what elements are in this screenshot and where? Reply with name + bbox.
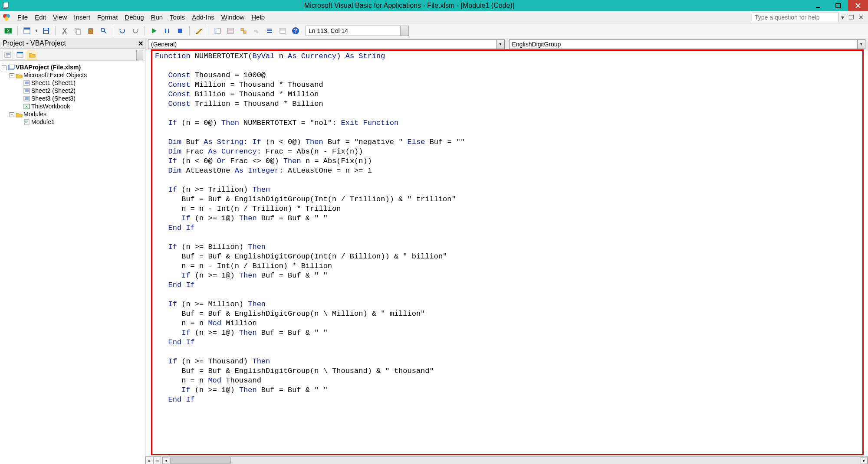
design-mode-button[interactable] xyxy=(193,25,204,36)
menu-debug[interactable]: Debug xyxy=(121,12,147,23)
cursor-position: Ln 113, Col 14 xyxy=(306,26,409,36)
menu-insert[interactable]: Insert xyxy=(70,12,94,23)
svg-rect-19 xyxy=(76,29,80,34)
tree-modules-folder[interactable]: Modules xyxy=(23,111,46,118)
svg-rect-12 xyxy=(24,28,30,29)
scroll-right-icon[interactable]: ▸ xyxy=(861,457,868,464)
insert-dropdown-caret[interactable]: ▼ xyxy=(34,29,39,33)
maximize-button[interactable] xyxy=(828,0,848,11)
svg-rect-25 xyxy=(168,29,169,33)
references-button[interactable] xyxy=(277,25,288,36)
save-button[interactable] xyxy=(40,25,52,36)
menu-addins[interactable]: Add-Ins xyxy=(188,12,218,23)
procedure-view-button[interactable]: ≡ xyxy=(145,457,153,464)
svg-rect-31 xyxy=(243,31,246,33)
menu-run[interactable]: Run xyxy=(148,12,167,23)
vba-logo-icon xyxy=(2,12,12,23)
horizontal-scrollbar[interactable]: ◂ ▸ xyxy=(162,457,868,464)
object-browser-button[interactable] xyxy=(238,25,249,36)
find-button[interactable] xyxy=(98,25,109,36)
paste-button[interactable] xyxy=(85,25,96,36)
svg-point-8 xyxy=(4,16,9,21)
project-explorer: Project - VBAProject × −VBAProject (File… xyxy=(0,38,145,464)
mdi-restore-icon[interactable]: ❐ xyxy=(848,14,854,21)
menu-bar: File Edit View Insert Format Debug Run T… xyxy=(0,11,868,23)
svg-rect-3 xyxy=(836,3,840,8)
tab-order-button[interactable] xyxy=(264,25,275,36)
code-highlight-frame: Function NUMBERTOTEXT(ByVal n As Currenc… xyxy=(151,49,864,455)
svg-rect-46 xyxy=(24,120,29,125)
help-button[interactable]: ? xyxy=(290,25,301,36)
svg-rect-24 xyxy=(165,29,166,33)
undo-button[interactable] xyxy=(117,25,128,36)
reset-button[interactable] xyxy=(174,25,186,36)
code-bottom-bar: ≡ ▭ ◂ ▸ xyxy=(145,456,868,464)
svg-text:?: ? xyxy=(294,28,297,34)
menu-edit[interactable]: Edit xyxy=(31,12,49,23)
toggle-folders-button[interactable] xyxy=(27,50,37,59)
mdi-window-controls: ▾ ❐ ✕ xyxy=(838,14,866,21)
full-module-view-button[interactable]: ▭ xyxy=(153,457,161,464)
svg-rect-30 xyxy=(241,28,243,31)
scrollbar-thumb[interactable] xyxy=(170,457,231,464)
tree-thisworkbook[interactable]: ThisWorkbook xyxy=(31,103,70,110)
toolbox-button[interactable] xyxy=(251,25,262,36)
svg-rect-38 xyxy=(17,52,23,53)
object-dropdown[interactable]: (General)▼ xyxy=(148,39,505,49)
menu-tools[interactable]: Tools xyxy=(166,12,188,23)
code-window: (General)▼ EnglishDigitGroup▼ Function N… xyxy=(145,38,868,464)
project-explorer-title: Project - VBAProject × xyxy=(0,38,145,49)
run-button[interactable] xyxy=(148,25,160,36)
chevron-down-icon: ▼ xyxy=(857,40,865,49)
svg-rect-1 xyxy=(4,2,8,7)
view-code-button[interactable] xyxy=(3,50,13,59)
procedure-dropdown[interactable]: EnglishDigitGroup▼ xyxy=(509,39,866,49)
close-button[interactable] xyxy=(848,0,868,11)
mdi-close-icon[interactable]: ✕ xyxy=(858,14,864,21)
code-editor[interactable]: Function NUMBERTOTEXT(ByVal n As Currenc… xyxy=(152,51,862,415)
chevron-down-icon: ▼ xyxy=(496,40,504,49)
svg-text:X: X xyxy=(25,105,28,109)
tree-module1[interactable]: Module1 xyxy=(31,118,55,125)
cut-button[interactable] xyxy=(59,25,70,36)
view-excel-button[interactable]: X xyxy=(3,25,14,36)
svg-rect-28 xyxy=(214,28,217,33)
help-search-input[interactable] xyxy=(752,13,838,22)
tree-sheet3[interactable]: Sheet3 (Sheet3) xyxy=(31,95,76,102)
svg-point-22 xyxy=(101,28,105,32)
project-explorer-toolbar xyxy=(0,49,145,61)
menu-file[interactable]: File xyxy=(14,12,31,23)
svg-text:X: X xyxy=(7,29,10,33)
svg-rect-14 xyxy=(44,31,48,33)
project-tree[interactable]: −VBAProject (File.xlsm) −Microsoft Excel… xyxy=(0,61,145,464)
window-title: Microsoft Visual Basic for Applications … xyxy=(10,2,808,10)
menu-format[interactable]: Format xyxy=(94,12,122,23)
svg-rect-26 xyxy=(178,29,182,33)
project-explorer-close-button[interactable]: × xyxy=(138,39,143,49)
tree-excel-objects[interactable]: Microsoft Excel Objects xyxy=(23,72,87,78)
tree-project-root[interactable]: VBAProject (File.xlsm) xyxy=(16,64,81,71)
view-object-button[interactable] xyxy=(15,50,25,59)
svg-point-32 xyxy=(254,30,256,32)
redo-button[interactable] xyxy=(130,25,141,36)
copy-button[interactable] xyxy=(72,25,83,36)
mdi-minimize-icon[interactable]: ▾ xyxy=(841,14,844,21)
menu-help[interactable]: Help xyxy=(248,12,268,23)
break-button[interactable] xyxy=(161,25,173,36)
properties-window-button[interactable] xyxy=(225,25,236,36)
title-bar: Microsoft Visual Basic for Applications … xyxy=(0,0,868,11)
svg-line-23 xyxy=(104,31,106,33)
standard-toolbar: X ▼ ? Ln 113, Col 14 xyxy=(0,23,868,38)
svg-rect-15 xyxy=(44,28,48,30)
minimize-button[interactable] xyxy=(808,0,828,11)
menu-window[interactable]: Window xyxy=(218,12,248,23)
tree-sheet1[interactable]: Sheet1 (Sheet1) xyxy=(31,79,76,86)
svg-rect-21 xyxy=(89,28,92,29)
project-explorer-button[interactable] xyxy=(212,25,223,36)
scroll-left-icon[interactable]: ◂ xyxy=(162,457,169,464)
svg-rect-40 xyxy=(9,65,14,69)
insert-userform-button[interactable] xyxy=(21,25,33,36)
menu-view[interactable]: View xyxy=(49,12,70,23)
app-icon xyxy=(2,1,10,10)
tree-sheet2[interactable]: Sheet2 (Sheet2) xyxy=(31,87,76,94)
